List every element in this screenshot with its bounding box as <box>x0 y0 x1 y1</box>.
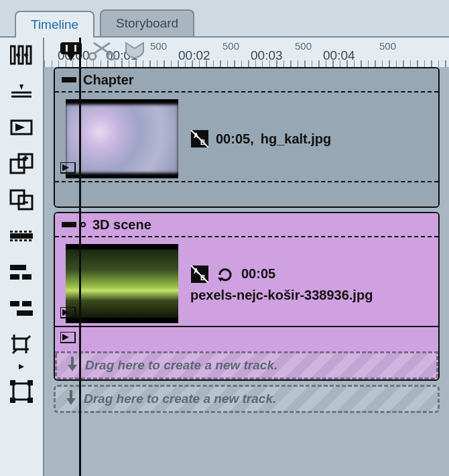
svg-rect-36 <box>10 380 15 385</box>
svg-marker-62 <box>66 398 76 405</box>
play-range-icon[interactable] <box>8 115 35 139</box>
svg-rect-42 <box>66 45 68 52</box>
clip-filename: pexels-nejc-košir-338936.jpg <box>190 288 373 303</box>
marker-flag-icon[interactable] <box>60 307 76 322</box>
clip-filename: hg_kalt.jpg <box>261 131 332 147</box>
svg-rect-19 <box>24 231 27 233</box>
svg-rect-37 <box>27 380 33 385</box>
transition-icon: AB <box>190 265 209 284</box>
cut-marker-icon[interactable] <box>87 42 117 64</box>
add-box-icon[interactable] <box>8 152 35 176</box>
svg-rect-27 <box>10 274 19 280</box>
ruler-tick-label: 00:02 <box>178 48 210 63</box>
svg-rect-16 <box>10 231 13 233</box>
collapse-icon[interactable] <box>62 222 76 227</box>
left-toolbar <box>0 38 44 476</box>
svg-marker-34 <box>19 364 24 369</box>
svg-marker-50 <box>62 164 69 171</box>
svg-rect-38 <box>10 398 15 403</box>
align-left-icon[interactable] <box>8 260 35 284</box>
track-spacer <box>55 181 438 206</box>
svg-text:A: A <box>194 267 198 275</box>
clip[interactable]: AB 00:05 pexels-nejc-košir-338936.jpg <box>55 237 438 326</box>
tab-storyboard[interactable]: Storyboard <box>100 9 194 36</box>
svg-rect-22 <box>15 239 17 241</box>
svg-marker-56 <box>62 309 69 316</box>
clip[interactable]: AB 00:05, hg_kalt.jpg <box>55 93 438 181</box>
svg-rect-18 <box>19 231 22 233</box>
down-arrow-icon <box>66 357 78 375</box>
collapse-icon[interactable] <box>62 77 76 82</box>
marker-flag-icon[interactable] <box>60 162 76 177</box>
crop-icon[interactable] <box>8 333 35 357</box>
shield-marker-icon[interactable] <box>125 42 145 62</box>
chapter-title: Chapter <box>83 72 134 88</box>
ruler-tick-label: 00:04 <box>323 48 355 63</box>
drop-hint-text: Drag here to create a new track. <box>84 392 276 406</box>
keyframe-icon <box>80 222 86 227</box>
merge-tracks-icon[interactable] <box>8 43 35 67</box>
svg-rect-26 <box>10 265 26 270</box>
ruler-sublabel: 500 <box>295 40 312 52</box>
svg-rect-23 <box>19 239 22 241</box>
clip-meta: AB 00:05 pexels-nejc-košir-338936.jpg <box>190 265 373 303</box>
svg-rect-43 <box>74 45 76 52</box>
svg-text:B: B <box>200 139 205 146</box>
playhead-marker[interactable] <box>54 39 88 66</box>
sub-track[interactable] <box>55 326 438 351</box>
svg-line-33 <box>26 336 30 340</box>
remove-box-icon[interactable] <box>8 188 35 212</box>
svg-rect-0 <box>11 46 15 64</box>
align-right-icon[interactable] <box>8 296 35 320</box>
bounding-box-icon[interactable] <box>8 379 35 404</box>
chapter-title: 3D scene <box>92 217 151 233</box>
clip-time: 00:05 <box>241 266 275 282</box>
svg-marker-41 <box>67 54 75 61</box>
svg-text:B: B <box>200 274 205 282</box>
svg-rect-30 <box>22 301 31 306</box>
drop-hint-text: Drag here to create a new track. <box>85 358 277 373</box>
ruler-tick-label: 00:03 <box>251 48 283 63</box>
svg-marker-3 <box>19 84 23 90</box>
clip-meta: AB 00:05, hg_kalt.jpg <box>190 129 331 148</box>
svg-rect-20 <box>29 231 31 233</box>
drop-zone[interactable]: Drag here to create a new track. <box>54 385 440 413</box>
drop-zone[interactable]: Drag here to create a new track. <box>55 351 438 379</box>
clip-time: 00:05, <box>216 131 254 147</box>
loop-icon <box>216 265 235 284</box>
svg-marker-7 <box>15 123 25 131</box>
svg-rect-35 <box>13 383 29 400</box>
tab-timeline[interactable]: Timeline <box>15 11 94 38</box>
svg-rect-28 <box>22 274 31 280</box>
svg-rect-31 <box>17 310 33 316</box>
svg-text:A: A <box>194 132 198 139</box>
insert-point-icon[interactable] <box>8 79 35 103</box>
filmstrip-icon[interactable] <box>8 224 35 248</box>
chapter-header[interactable]: 3D scene <box>55 213 438 237</box>
expand-arrow-icon[interactable] <box>8 362 35 371</box>
chapter-block[interactable]: Chapter AB 00:05, hg_kalt.jpg <box>54 67 440 208</box>
svg-rect-29 <box>10 301 19 306</box>
ruler-sublabel: 500 <box>150 40 167 52</box>
svg-rect-12 <box>11 190 24 204</box>
svg-rect-21 <box>10 239 13 241</box>
svg-marker-60 <box>68 365 77 371</box>
svg-rect-39 <box>27 398 33 403</box>
ruler-sublabel: 500 <box>222 40 239 52</box>
down-arrow-icon <box>65 390 77 408</box>
svg-marker-58 <box>62 334 69 341</box>
transition-icon: AB <box>190 129 209 148</box>
marker-flag-icon[interactable] <box>60 332 76 347</box>
ruler-sublabel: 500 <box>379 40 396 52</box>
chapter-block[interactable]: 3D scene AB 00:05 <box>54 212 440 381</box>
clip-thumbnail <box>66 244 178 323</box>
svg-rect-17 <box>15 231 17 233</box>
chapter-header[interactable]: Chapter <box>55 68 438 93</box>
svg-rect-24 <box>24 239 27 241</box>
playhead-line <box>79 38 81 476</box>
svg-rect-8 <box>11 160 24 173</box>
svg-rect-40 <box>60 42 82 54</box>
clip-thumbnail <box>66 99 178 178</box>
svg-rect-25 <box>29 239 31 241</box>
svg-rect-15 <box>10 233 33 239</box>
